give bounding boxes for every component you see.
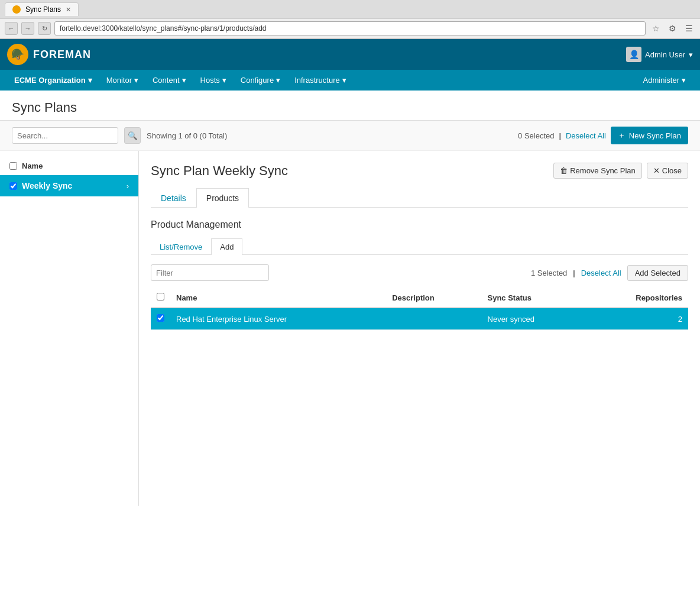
nav-administer[interactable]: Administer ▾ bbox=[636, 70, 693, 91]
nav-configure-label: Configure bbox=[241, 76, 274, 85]
logo-area: 🪖 FOREMAN bbox=[7, 39, 91, 70]
table-row[interactable]: Red Hat Enterprise Linux Server Never sy… bbox=[151, 308, 688, 330]
nav-administer-arrow: ▾ bbox=[682, 76, 686, 85]
sub-tab-list-remove-label: List/Remove bbox=[160, 243, 202, 251]
user-menu[interactable]: 👤 Admin User ▾ bbox=[626, 47, 693, 62]
tab-products-label: Products bbox=[206, 193, 239, 203]
tab-details[interactable]: Details bbox=[151, 188, 196, 208]
org-label: ECME Organization bbox=[14, 76, 86, 85]
nav-monitor[interactable]: Monitor ▾ bbox=[99, 70, 145, 91]
nav-hosts-arrow: ▾ bbox=[222, 76, 226, 85]
address-bar[interactable] bbox=[54, 21, 646, 35]
user-label: Admin User bbox=[645, 50, 685, 59]
close-button[interactable]: ✕ Close bbox=[647, 163, 688, 179]
nav-content-arrow: ▾ bbox=[182, 76, 186, 85]
nav-monitor-label: Monitor bbox=[106, 76, 132, 85]
bookmark-icon[interactable]: ☆ bbox=[649, 22, 662, 35]
selected-count: 0 Selected bbox=[518, 131, 554, 140]
page-title: Sync Plans bbox=[12, 100, 77, 115]
filter-deselect-link[interactable]: Deselect All bbox=[581, 269, 621, 277]
col-name: Name bbox=[170, 288, 386, 308]
sidebar-item-weekly-sync[interactable]: Weekly Sync › bbox=[0, 175, 138, 196]
extensions-icon[interactable]: ⚙ bbox=[666, 22, 679, 35]
close-btn-label: Close bbox=[662, 166, 682, 175]
browser-tab[interactable]: Sync Plans ✕ bbox=[5, 2, 79, 16]
foreman-logo: 🪖 bbox=[7, 44, 28, 65]
filter-selected-count: 1 Selected bbox=[531, 269, 567, 277]
search-button[interactable]: 🔍 bbox=[124, 127, 141, 144]
sidebar-select-all-checkbox[interactable] bbox=[9, 162, 17, 170]
favicon-icon bbox=[12, 5, 21, 14]
row-repositories: 2 bbox=[585, 308, 688, 330]
row-checkbox[interactable] bbox=[157, 314, 164, 322]
table-header-checkbox-cell bbox=[151, 288, 170, 308]
back-btn[interactable]: ← bbox=[5, 22, 18, 35]
nav-infrastructure-arrow: ▾ bbox=[342, 76, 346, 85]
row-checkbox-cell bbox=[151, 308, 170, 330]
col-description: Description bbox=[386, 288, 481, 308]
nav-content[interactable]: Content ▾ bbox=[145, 70, 193, 91]
filter-right: 1 Selected | Deselect All Add Selected bbox=[531, 265, 688, 281]
sidebar: Name Weekly Sync › bbox=[0, 151, 139, 506]
sub-nav: ECME Organization ▾ Monitor ▾ Content ▾ … bbox=[0, 70, 700, 91]
add-selected-label: Add Selected bbox=[635, 269, 680, 277]
nav-administer-label: Administer bbox=[643, 76, 679, 85]
top-nav: 🪖 FOREMAN 👤 Admin User ▾ ECME Organizati… bbox=[0, 39, 700, 91]
browser-chrome: Sync Plans ✕ ← → ↻ ☆ ⚙ ☰ bbox=[0, 0, 700, 39]
table-select-all-checkbox[interactable] bbox=[157, 293, 164, 300]
filter-input[interactable] bbox=[151, 264, 269, 281]
new-sync-plan-button[interactable]: ＋ New Sync Plan bbox=[611, 127, 688, 144]
user-avatar: 👤 bbox=[626, 47, 641, 62]
tab-products[interactable]: Products bbox=[196, 188, 249, 208]
col-sync-status: Sync Status bbox=[482, 288, 585, 308]
tab-title: Sync Plans bbox=[25, 5, 61, 14]
product-management-title: Product Management bbox=[151, 219, 688, 230]
sync-plan-title: Sync Plan Weekly Sync bbox=[151, 163, 288, 179]
col-repositories: Repositories bbox=[585, 288, 688, 308]
row-name: Red Hat Enterprise Linux Server bbox=[170, 308, 386, 330]
main-tabs: Details Products bbox=[151, 188, 688, 208]
content-actions: 🗑 Remove Sync Plan ✕ Close bbox=[553, 163, 688, 179]
menu-icon[interactable]: ☰ bbox=[682, 22, 695, 35]
nav-infrastructure[interactable]: Infrastructure ▾ bbox=[287, 70, 354, 91]
forward-btn[interactable]: → bbox=[21, 22, 34, 35]
sub-tab-add[interactable]: Add bbox=[211, 238, 242, 255]
sub-tab-list-remove[interactable]: List/Remove bbox=[151, 238, 211, 255]
add-selected-button[interactable]: Add Selected bbox=[627, 265, 688, 281]
products-table: Name Description Sync Status Repositorie… bbox=[151, 288, 688, 330]
app-name: FOREMAN bbox=[33, 49, 91, 61]
nav-content-label: Content bbox=[153, 76, 180, 85]
plus-icon: ＋ bbox=[618, 130, 626, 141]
sub-nav-left: ECME Organization ▾ Monitor ▾ Content ▾ … bbox=[7, 70, 354, 91]
main-layout: Name Weekly Sync › Sync Plan Weekly Sync… bbox=[0, 151, 700, 506]
row-description bbox=[386, 308, 481, 330]
search-bar: 🔍 Showing 1 of 0 (0 Total) 0 Selected | … bbox=[0, 121, 700, 151]
tab-close-icon[interactable]: ✕ bbox=[66, 6, 71, 14]
browser-titlebar: Sync Plans ✕ bbox=[0, 0, 700, 19]
nav-hosts[interactable]: Hosts ▾ bbox=[193, 70, 234, 91]
remove-sync-plan-button[interactable]: 🗑 Remove Sync Plan bbox=[553, 163, 642, 179]
deselect-all-link[interactable]: Deselect All bbox=[566, 131, 606, 140]
tab-details-label: Details bbox=[161, 193, 186, 203]
sidebar-item-checkbox[interactable] bbox=[9, 182, 17, 190]
new-sync-btn-label: New Sync Plan bbox=[629, 131, 681, 140]
filter-bar: 1 Selected | Deselect All Add Selected bbox=[151, 264, 688, 281]
nav-hosts-label: Hosts bbox=[200, 76, 220, 85]
browser-controls: ← → ↻ ☆ ⚙ ☰ bbox=[0, 19, 700, 38]
user-arrow-icon: ▾ bbox=[689, 50, 693, 59]
org-selector[interactable]: ECME Organization ▾ bbox=[7, 70, 99, 91]
page-header: Sync Plans bbox=[0, 91, 700, 121]
sidebar-name-heading: Name bbox=[22, 161, 43, 170]
table-body: Red Hat Enterprise Linux Server Never sy… bbox=[151, 308, 688, 330]
nav-configure[interactable]: Configure ▾ bbox=[234, 70, 287, 91]
showing-text: Showing 1 of 0 (0 Total) bbox=[147, 131, 227, 140]
sub-nav-right: Administer ▾ bbox=[636, 70, 693, 91]
sub-tab-add-label: Add bbox=[220, 243, 234, 251]
sidebar-item-label: Weekly Sync bbox=[22, 181, 72, 190]
new-tab-btn[interactable] bbox=[81, 4, 99, 15]
search-input[interactable] bbox=[12, 127, 118, 144]
nav-monitor-arrow: ▾ bbox=[134, 76, 138, 85]
page-container: Sync Plans 🔍 Showing 1 of 0 (0 Total) 0 … bbox=[0, 91, 700, 614]
reload-btn[interactable]: ↻ bbox=[38, 22, 51, 35]
row-sync-status: Never synced bbox=[482, 308, 585, 330]
